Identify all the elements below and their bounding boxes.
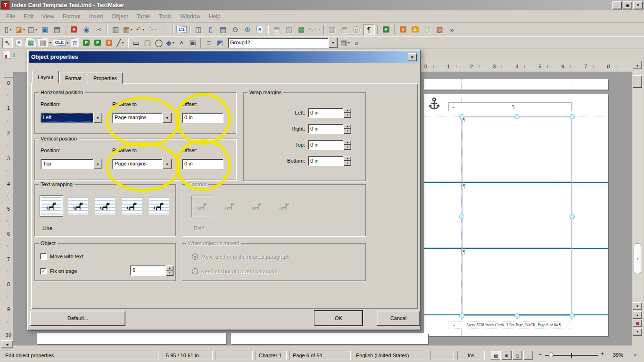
move-anchor-radio[interactable] [192, 254, 198, 260]
basic-ide-button[interactable]: B ▾ [410, 24, 421, 35]
statusbar-overflow-button[interactable]: » [634, 352, 636, 357]
cut-button[interactable]: ✂ ▾ [93, 24, 104, 35]
toolbar-button[interactable]: ▾ [65, 25, 66, 34]
thesaurus-button[interactable]: ▥ ▾ [327, 24, 338, 35]
close-button[interactable]: × [633, 1, 643, 9]
repeat-button[interactable]: ◌ ▾ [159, 24, 170, 35]
web-button[interactable]: ◍ ▾ [422, 24, 433, 35]
spinner[interactable]: ▲ ▼ [344, 140, 351, 150]
format-paintbrush-button[interactable]: ▨ ▾ [283, 24, 295, 35]
select-tool-button[interactable]: ↖ ▾ [2, 38, 13, 48]
dialog-tab[interactable]: Layout [32, 71, 59, 84]
object-properties-button[interactable]: ◩ ▾ [215, 38, 225, 48]
toolbar-button[interactable]: ▾ [190, 25, 190, 34]
line-tool-button[interactable]: ╱ ▾ [115, 38, 125, 48]
default-button[interactable]: Default... [30, 311, 125, 326]
vertical-position-combobox[interactable]: Top ▼ [41, 159, 102, 169]
spin-down-icon[interactable]: ▼ [166, 271, 173, 276]
formula-button[interactable]: π ▾ [70, 38, 80, 48]
spin-up-icon[interactable]: ▲ [344, 156, 351, 161]
planmaker-button[interactable]: P ▾ [380, 24, 392, 35]
zoom-in-control[interactable]: + [601, 351, 604, 357]
selection-handle[interactable] [514, 313, 520, 319]
horizontal-position-combobox[interactable]: Left ▼ [41, 113, 102, 123]
scroll-left-button[interactable]: ◀ [1, 340, 13, 348]
menu-item[interactable]: Help [205, 11, 225, 22]
pdf-export-button[interactable]: A ▾ [68, 24, 80, 35]
undo-button[interactable]: ↶ ▾ [134, 24, 146, 35]
wrap-in-line-button[interactable] [41, 197, 61, 215]
zoom-100-button[interactable]: 1:1 ▾ [176, 24, 187, 35]
ole-frame-button[interactable]: OLE ▾ [52, 38, 69, 48]
selection-handle[interactable] [459, 114, 464, 119]
status-outline-view-button[interactable]: ⋮ [523, 351, 533, 360]
table-grid-button[interactable]: ▦ ▾ [340, 38, 350, 48]
dialog-close-button[interactable]: × [408, 53, 417, 61]
open-button[interactable]: ◪ ▾ [15, 24, 26, 35]
document-tab-label[interactable]: I [13, 52, 15, 58]
wrap-margin-field[interactable]: 0 in [308, 156, 344, 166]
vertical-position-value[interactable]: Top [41, 159, 93, 169]
footer-text-frame[interactable]: → Avery·5338·Index·Cards,·3·Per·Page,·BA… [448, 321, 572, 329]
toolbar-button[interactable]: ▾ [128, 38, 129, 48]
toolbar-button[interactable]: ▾ [107, 25, 107, 34]
toolbar-button[interactable]: ▾ [268, 25, 269, 34]
toolbar-button[interactable]: ▾ [394, 25, 395, 34]
wrap-margin-field[interactable]: 0 in [308, 140, 344, 150]
dialog-tab[interactable]: Properties [88, 73, 123, 84]
wrap-through-button[interactable] [149, 197, 169, 215]
scroll-up-button[interactable]: ▲ [633, 61, 642, 69]
fix-page-number-field[interactable]: 6 [130, 265, 166, 276]
toolbar-button[interactable]: ▾ [200, 38, 201, 48]
paste-button[interactable]: ▦ ▾ [122, 24, 133, 35]
object-anchor-icon[interactable] [428, 97, 440, 112]
move-with-text-checkbox[interactable] [40, 253, 47, 260]
script-object-button[interactable]: S ▾ [104, 38, 114, 48]
zoom-slider-thumb[interactable] [549, 353, 553, 357]
selection-handle[interactable] [459, 313, 464, 319]
toolbar-button[interactable]: ▾ [173, 25, 173, 34]
dialog-tab[interactable]: Format [59, 73, 87, 84]
status-insert-mode[interactable]: Ins [457, 351, 485, 360]
combo-arrow-icon[interactable]: ▼ [329, 38, 338, 48]
scroll-down-button[interactable]: ▼ [633, 302, 642, 310]
textart-button[interactable]: A ▾ [176, 38, 187, 48]
rounded-rectangle-tool-button[interactable]: ▢ ▾ [142, 38, 153, 48]
menu-item[interactable]: Format [58, 11, 85, 22]
spin-up-icon[interactable]: ▲ [166, 265, 173, 271]
zoom-in-button[interactable]: ⊕ ▾ [242, 24, 253, 35]
vertical-scrollbar-thumb[interactable] [633, 75, 642, 88]
planmaker-range-button[interactable]: P ▾ [92, 38, 103, 48]
selection-handle[interactable] [514, 114, 520, 119]
next-page-button[interactable]: ▼ [633, 328, 642, 336]
cancel-button[interactable]: Cancel [377, 311, 420, 326]
toolbar-button[interactable]: ▾ [323, 25, 324, 34]
spin-down-icon[interactable]: ▼ [344, 129, 351, 134]
horizontal-position-value[interactable]: Left [41, 113, 93, 123]
toolbar-overflow-button[interactable]: » ▾ [351, 38, 362, 48]
order-button[interactable]: ≡ ▾ [204, 38, 214, 48]
spin-down-icon[interactable]: ▼ [344, 161, 351, 166]
spin-down-icon[interactable]: ▼ [344, 113, 351, 118]
print-button[interactable]: ▤ ▾ [51, 24, 63, 35]
picture-frame-button[interactable]: ▩ ▾ [25, 38, 36, 48]
menu-item[interactable]: Window [176, 11, 205, 22]
character-dialog-button[interactable]: A ▾ [254, 24, 265, 35]
document-tab-icon[interactable] [4, 51, 10, 59]
menu-item[interactable]: Edit [19, 11, 38, 22]
insert-picture-button[interactable]: ▩ ▾ [296, 24, 307, 35]
page-setup-button[interactable]: ▤ ▾ [271, 24, 282, 35]
formatting-marks-button[interactable]: ¶ ▾ [363, 24, 375, 35]
ok-button[interactable]: OK [314, 311, 363, 326]
status-draft-view-button[interactable]: ≡ [502, 351, 512, 360]
view-facing-pages-button[interactable]: ▤ ▾ [217, 24, 229, 35]
menu-item[interactable]: Insert [85, 11, 107, 22]
frame-tool-button[interactable]: ▣ ▾ [188, 38, 198, 48]
report-button[interactable]: ▧ ▾ [434, 24, 446, 35]
spin-up-icon[interactable]: ▲ [344, 124, 351, 129]
text-frame-button[interactable]: A ▾ [14, 38, 24, 48]
combo-arrow-icon[interactable]: ▼ [93, 113, 102, 123]
planmaker-object-button[interactable]: P ▾ [81, 38, 91, 48]
wrap-both-button[interactable] [122, 197, 142, 215]
spin-up-icon[interactable]: ▲ [344, 140, 351, 145]
